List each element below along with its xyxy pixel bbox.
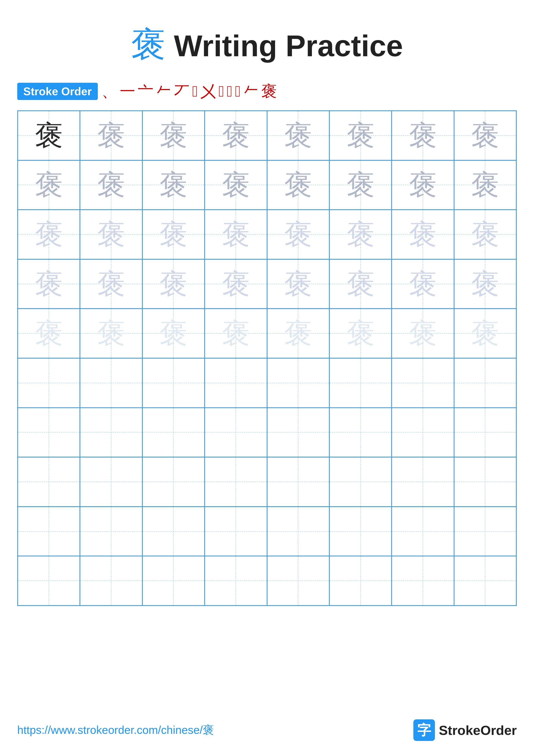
grid-cell[interactable]: 褒 xyxy=(205,259,267,309)
grid-cell[interactable]: 褒 xyxy=(142,309,205,358)
grid-cell[interactable] xyxy=(80,408,142,457)
grid-cell[interactable] xyxy=(142,556,205,606)
grid-cell[interactable]: 褒 xyxy=(329,309,392,358)
grid-cell[interactable]: 褒 xyxy=(392,210,454,259)
grid-cell[interactable] xyxy=(267,556,329,606)
grid-cell[interactable] xyxy=(205,457,267,507)
grid-cell[interactable] xyxy=(80,507,142,556)
grid-cell[interactable] xyxy=(267,408,329,457)
grid-cell[interactable] xyxy=(329,408,392,457)
grid-cell[interactable]: 褒 xyxy=(392,111,454,160)
grid-cell[interactable] xyxy=(18,507,80,556)
cell-character: 褒 xyxy=(222,221,250,249)
grid-cell[interactable] xyxy=(205,507,267,556)
grid-cell[interactable] xyxy=(205,408,267,457)
grid-cell[interactable] xyxy=(392,408,454,457)
grid-cell[interactable]: 褒 xyxy=(18,309,80,358)
grid-cell[interactable] xyxy=(329,556,392,606)
grid-cell[interactable] xyxy=(454,507,516,556)
grid-cell[interactable]: 褒 xyxy=(142,160,205,210)
grid-cell[interactable] xyxy=(142,507,205,556)
grid-cell[interactable]: 褒 xyxy=(454,111,516,160)
grid-cell[interactable]: 褒 xyxy=(80,259,142,309)
grid-cell[interactable]: 褒 xyxy=(267,309,329,358)
grid-cell[interactable] xyxy=(142,358,205,408)
cell-character: 褒 xyxy=(409,171,437,199)
grid-cell[interactable]: 褒 xyxy=(329,111,392,160)
grid-cell[interactable]: 褒 xyxy=(18,210,80,259)
grid-cell[interactable]: 褒 xyxy=(267,160,329,210)
cell-character: 褒 xyxy=(471,171,499,199)
grid-cell[interactable] xyxy=(392,358,454,408)
practice-grid: 褒褒褒褒褒褒褒褒褒褒褒褒褒褒褒褒褒褒褒褒褒褒褒褒褒褒褒褒褒褒褒褒褒褒褒褒褒褒褒褒 xyxy=(17,110,517,606)
grid-cell[interactable]: 褒 xyxy=(80,309,142,358)
grid-cell[interactable] xyxy=(80,556,142,606)
grid-cell[interactable] xyxy=(329,507,392,556)
grid-cell[interactable]: 褒 xyxy=(142,111,205,160)
grid-cell[interactable] xyxy=(80,457,142,507)
cell-character: 褒 xyxy=(222,319,250,347)
cell-character: 褒 xyxy=(284,122,312,149)
grid-cell[interactable] xyxy=(329,358,392,408)
grid-cell[interactable] xyxy=(18,358,80,408)
grid-cell[interactable]: 褒 xyxy=(454,160,516,210)
title-character: 褒 xyxy=(131,25,165,64)
grid-cell[interactable] xyxy=(454,457,516,507)
grid-cell[interactable] xyxy=(454,408,516,457)
grid-cell[interactable] xyxy=(142,408,205,457)
grid-cell[interactable]: 褒 xyxy=(205,210,267,259)
grid-cell[interactable]: 褒 xyxy=(267,210,329,259)
grid-cell[interactable]: 褒 xyxy=(142,259,205,309)
grid-cell[interactable]: 褒 xyxy=(329,259,392,309)
grid-cell[interactable]: 褒 xyxy=(329,210,392,259)
stroke-12: 褒 xyxy=(261,81,277,102)
grid-cell[interactable] xyxy=(80,358,142,408)
grid-cell[interactable] xyxy=(267,358,329,408)
cell-character: 褒 xyxy=(284,270,312,298)
grid-cell[interactable]: 褒 xyxy=(205,111,267,160)
stroke-9: 𠂇 xyxy=(227,83,232,100)
grid-cell[interactable]: 褒 xyxy=(454,210,516,259)
grid-cell[interactable] xyxy=(267,457,329,507)
footer-url[interactable]: https://www.strokeorder.com/chinese/褒 xyxy=(17,723,214,738)
stroke-6: 𠃍 xyxy=(192,83,198,100)
grid-cell[interactable]: 褒 xyxy=(392,259,454,309)
grid-cell[interactable]: 褒 xyxy=(142,210,205,259)
grid-cell[interactable]: 褒 xyxy=(392,160,454,210)
cell-character: 褒 xyxy=(346,122,375,149)
grid-cell[interactable] xyxy=(142,457,205,507)
grid-cell[interactable]: 褒 xyxy=(18,259,80,309)
grid-cell[interactable] xyxy=(392,457,454,507)
grid-cell[interactable]: 褒 xyxy=(392,309,454,358)
grid-cell[interactable] xyxy=(267,507,329,556)
grid-cell[interactable]: 褒 xyxy=(267,259,329,309)
grid-cell[interactable] xyxy=(18,408,80,457)
grid-cell[interactable]: 褒 xyxy=(18,160,80,210)
grid-cell[interactable]: 褒 xyxy=(80,111,142,160)
grid-cell[interactable] xyxy=(392,556,454,606)
grid-cell[interactable]: 褒 xyxy=(329,160,392,210)
grid-cell[interactable]: 褒 xyxy=(205,309,267,358)
grid-cell[interactable] xyxy=(454,556,516,606)
grid-cell[interactable]: 褒 xyxy=(454,309,516,358)
grid-cell[interactable]: 褒 xyxy=(80,210,142,259)
grid-cell[interactable]: 褒 xyxy=(454,259,516,309)
title-section: 褒 Writing Practice xyxy=(17,21,517,68)
grid-cell[interactable] xyxy=(454,358,516,408)
cell-character: 褒 xyxy=(97,122,125,149)
stroke-7: 㐅 xyxy=(200,81,216,102)
grid-cell[interactable] xyxy=(392,507,454,556)
grid-cell[interactable]: 褒 xyxy=(205,160,267,210)
grid-cell[interactable] xyxy=(205,358,267,408)
stroke-2: 一 xyxy=(120,81,135,102)
stroke-order-row: Stroke Order 、 一 亠 𠂉 丆 𠃍 㐅 𠂆 𠂇 𠂈 𠂉 褒 xyxy=(17,81,517,102)
grid-cell[interactable]: 褒 xyxy=(80,160,142,210)
grid-cell[interactable]: 褒 xyxy=(267,111,329,160)
grid-cell[interactable] xyxy=(205,556,267,606)
cell-character: 褒 xyxy=(97,221,125,249)
grid-cell[interactable]: 褒 xyxy=(18,111,80,160)
footer-logo: 字 StrokeOrder xyxy=(413,719,517,741)
grid-cell[interactable] xyxy=(18,556,80,606)
grid-cell[interactable] xyxy=(329,457,392,507)
grid-cell[interactable] xyxy=(18,457,80,507)
